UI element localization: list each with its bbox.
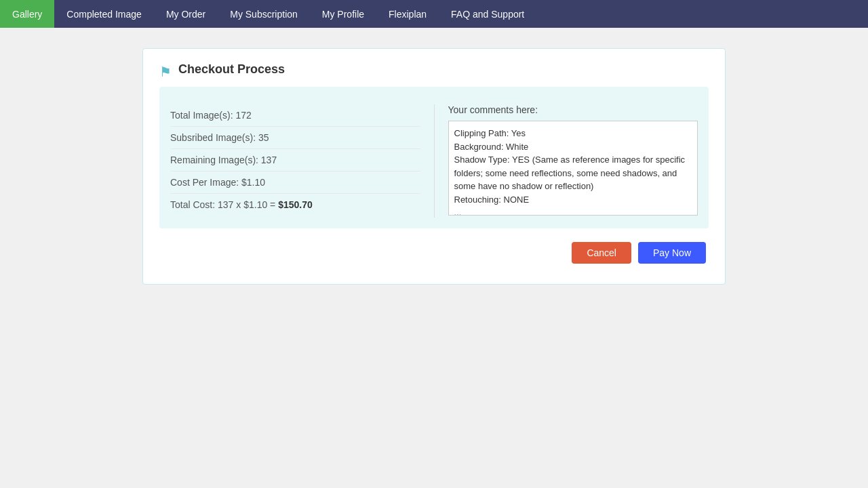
right-panel: Your comments here: Clipping Path: Yes B…: [448, 104, 698, 218]
navbar: Gallery Completed Image My Order My Subs…: [0, 0, 868, 28]
action-row: Cancel Pay Now: [159, 242, 709, 264]
card-inner: Total Image(s): 172 Subsribed Image(s): …: [159, 87, 709, 228]
nav-label-my-order: My Order: [166, 9, 205, 20]
pay-now-button[interactable]: Pay Now: [638, 242, 706, 264]
nav-label-faq-support: FAQ and Support: [451, 9, 524, 20]
remaining-images-row: Remaining Image(s): 137: [170, 149, 420, 171]
nav-item-faq-support[interactable]: FAQ and Support: [439, 0, 536, 28]
left-panel: Total Image(s): 172 Subsribed Image(s): …: [170, 104, 435, 218]
total-images-row: Total Image(s): 172: [170, 104, 420, 127]
nav-label-my-profile: My Profile: [322, 9, 364, 20]
total-cost-row: Total Cost: 137 x $1.10 = $150.70: [170, 194, 420, 216]
subscribed-images-label: Subsribed Image(s): 35: [170, 132, 269, 143]
nav-label-flexiplan: Flexiplan: [389, 9, 427, 20]
total-cost-label: Total Cost: 137 x $1.10 =: [170, 199, 278, 210]
subscribed-images-row: Subsribed Image(s): 35: [170, 127, 420, 149]
nav-item-gallery[interactable]: Gallery: [0, 0, 54, 28]
cost-per-image-row: Cost Per Image: $1.10: [170, 171, 420, 194]
nav-item-completed-image[interactable]: Completed Image: [54, 0, 154, 28]
comments-label: Your comments here:: [448, 104, 698, 115]
total-images-label: Total Image(s): 172: [170, 110, 252, 121]
main-content: ⚑ Checkout Process Total Image(s): 172 S…: [0, 28, 868, 305]
comments-textarea[interactable]: Clipping Path: Yes Background: White Sha…: [448, 121, 698, 216]
card-body: Total Image(s): 172 Subsribed Image(s): …: [170, 104, 698, 218]
checkout-card: ⚑ Checkout Process Total Image(s): 172 S…: [142, 48, 726, 285]
nav-label-my-subscription: My Subscription: [230, 9, 298, 20]
cancel-button[interactable]: Cancel: [572, 242, 631, 264]
checkout-title: Checkout Process: [178, 62, 285, 77]
nav-item-my-order[interactable]: My Order: [154, 0, 218, 28]
cost-per-image-label: Cost Per Image: $1.10: [170, 177, 265, 188]
nav-item-my-subscription[interactable]: My Subscription: [218, 0, 310, 28]
nav-item-flexiplan[interactable]: Flexiplan: [376, 0, 439, 28]
nav-label-completed-image: Completed Image: [66, 9, 142, 20]
flag-icon: ⚑: [159, 64, 172, 80]
remaining-images-label: Remaining Image(s): 137: [170, 155, 277, 165]
nav-item-my-profile[interactable]: My Profile: [310, 0, 376, 28]
card-header: ⚑ Checkout Process: [159, 62, 709, 80]
nav-label-gallery: Gallery: [12, 9, 42, 20]
total-cost-bold: $150.70: [278, 199, 313, 210]
